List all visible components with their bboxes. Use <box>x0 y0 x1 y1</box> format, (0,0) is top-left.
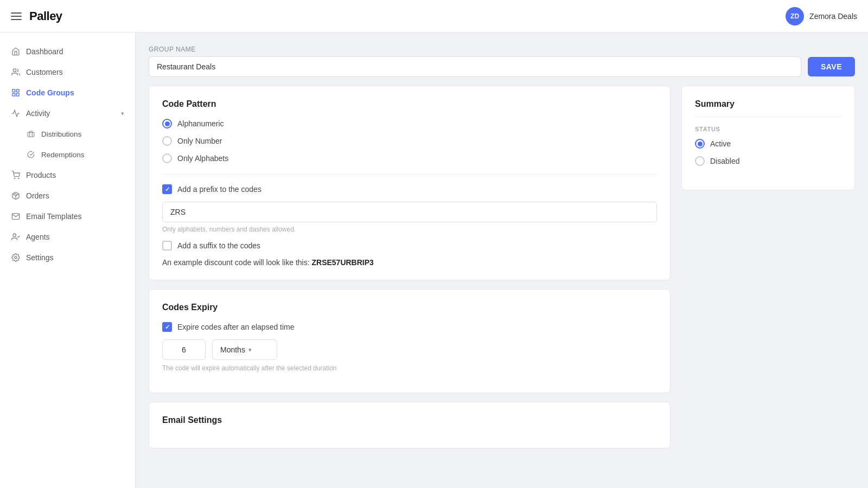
svg-rect-5 <box>28 132 34 137</box>
form-area: Code Pattern Alphanumeric Only Number <box>149 86 671 457</box>
email-settings-title: Email Settings <box>162 415 657 425</box>
sidebar-sub-activity: Distributions Redemptions <box>0 124 135 165</box>
svg-rect-3 <box>12 93 15 96</box>
activity-icon <box>11 108 21 118</box>
codes-expiry-card: Codes Expiry Expire codes after an elaps… <box>149 289 671 393</box>
avatar: ZD <box>786 7 804 25</box>
duration-unit-label: Months <box>220 345 245 354</box>
group-name-label: Group Name <box>149 46 855 53</box>
radio-only-alphabets[interactable]: Only Alphabets <box>162 153 657 163</box>
code-pattern-card: Code Pattern Alphanumeric Only Number <box>149 86 671 280</box>
mail-icon <box>11 211 21 221</box>
group-name-row: SAVE <box>149 56 855 77</box>
menu-icon[interactable] <box>11 12 22 20</box>
radio-circle-alphanumeric <box>162 119 172 129</box>
sidebar-item-code-groups[interactable]: Code Groups <box>0 82 135 103</box>
example-code: ZRSE57URBRIP3 <box>311 258 373 267</box>
summary-status-radio-group: Active Disabled <box>695 139 841 166</box>
sidebar-item-redemptions[interactable]: Redemptions <box>0 144 135 165</box>
prefix-checkbox <box>162 184 172 194</box>
chevron-down-icon: ▾ <box>121 110 124 117</box>
save-button[interactable]: SAVE <box>808 57 855 76</box>
status-label-disabled: Disabled <box>710 157 739 165</box>
svg-point-11 <box>15 256 17 259</box>
divider-1 <box>162 174 657 175</box>
expire-checkbox-label: Expire codes after an elapsed time <box>177 323 295 331</box>
prefix-input[interactable] <box>162 202 657 222</box>
layout: Dashboard Customers Code Groups Activity… <box>0 33 868 488</box>
shopping-cart-icon <box>11 170 21 180</box>
expire-hint: The code will expire automatically after… <box>162 364 657 372</box>
code-pattern-title: Code Pattern <box>162 99 657 109</box>
radio-label-only-alphabets: Only Alphabets <box>177 154 228 163</box>
sidebar-label-activity: Activity <box>26 109 50 118</box>
prefix-checkbox-item[interactable]: Add a prefix to the codes <box>162 184 657 194</box>
status-radio-active[interactable]: Active <box>695 139 841 149</box>
chevron-down-icon: ▾ <box>248 346 252 354</box>
sidebar-label-customers: Customers <box>26 68 63 76</box>
box-icon <box>26 129 36 139</box>
prefix-hint: Only alphabets, numbers and dashes allow… <box>162 226 657 233</box>
content-row: Code Pattern Alphanumeric Only Number <box>149 86 855 457</box>
svg-point-6 <box>14 178 15 178</box>
sidebar-item-customers[interactable]: Customers <box>0 62 135 82</box>
user-check-icon <box>11 232 21 242</box>
user-name: Zemora Deals <box>809 12 857 21</box>
sidebar-label-settings: Settings <box>26 253 54 262</box>
sidebar-item-dashboard[interactable]: Dashboard <box>0 41 135 62</box>
summary-divider <box>695 117 841 117</box>
suffix-checkbox-label: Add a suffix to the codes <box>177 241 260 250</box>
email-settings-card: Email Settings <box>149 402 671 448</box>
sidebar-item-agents[interactable]: Agents <box>0 227 135 247</box>
radio-label-only-number: Only Number <box>177 137 222 145</box>
sidebar-label-products: Products <box>26 171 56 179</box>
topnav-right: ZD Zemora Deals <box>786 7 857 25</box>
main-content: Group Name SAVE Code Pattern Alphanumeri… <box>136 33 868 488</box>
duration-number-input[interactable] <box>162 339 206 360</box>
suffix-checkbox-item[interactable]: Add a suffix to the codes <box>162 241 657 251</box>
example-text: An example discount code will look like … <box>162 258 657 267</box>
summary-title: Summary <box>695 99 841 109</box>
expire-checkbox-item[interactable]: Expire codes after an elapsed time <box>162 322 657 332</box>
group-name-input[interactable] <box>149 56 801 77</box>
sidebar-label-code-groups: Code Groups <box>26 88 74 97</box>
radio-label-alphanumeric: Alphanumeric <box>177 119 224 128</box>
radio-alphanumeric[interactable]: Alphanumeric <box>162 119 657 129</box>
expire-checkbox <box>162 322 172 332</box>
sidebar-label-orders: Orders <box>26 191 49 200</box>
svg-point-10 <box>13 234 16 236</box>
radio-circle-only-number <box>162 136 172 146</box>
status-radio-disabled[interactable]: Disabled <box>695 156 841 166</box>
sidebar-item-settings[interactable]: Settings <box>0 247 135 268</box>
topnav: Palley ZD Zemora Deals <box>0 0 868 33</box>
sidebar: Dashboard Customers Code Groups Activity… <box>0 33 136 488</box>
sidebar-item-orders[interactable]: Orders <box>0 185 135 206</box>
sidebar-item-email-templates[interactable]: Email Templates <box>0 206 135 227</box>
radio-only-number[interactable]: Only Number <box>162 136 657 146</box>
check-circle-icon <box>26 150 36 159</box>
summary-status-label: STATUS <box>695 126 841 132</box>
sidebar-item-products[interactable]: Products <box>0 165 135 185</box>
summary-panel: Summary STATUS Active Disabled <box>681 86 855 190</box>
svg-rect-4 <box>16 93 19 96</box>
sidebar-label-dashboard: Dashboard <box>26 47 63 56</box>
prefix-checkbox-label: Add a prefix to the codes <box>177 185 261 194</box>
codes-expiry-title: Codes Expiry <box>162 303 657 312</box>
grid-icon <box>11 88 21 98</box>
home-icon <box>11 47 21 56</box>
svg-line-8 <box>14 193 17 195</box>
package-icon <box>11 191 21 201</box>
sidebar-item-activity[interactable]: Activity ▾ <box>0 103 135 124</box>
duration-unit-select[interactable]: Months ▾ <box>212 339 277 360</box>
sidebar-label-email-templates: Email Templates <box>26 212 81 221</box>
suffix-checkbox <box>162 241 172 251</box>
svg-point-0 <box>13 69 16 72</box>
code-pattern-radio-group: Alphanumeric Only Number Only Alphabets <box>162 119 657 163</box>
sidebar-label-redemptions: Redemptions <box>41 151 85 159</box>
settings-icon <box>11 253 21 262</box>
svg-point-7 <box>18 178 19 178</box>
sidebar-item-distributions[interactable]: Distributions <box>0 124 135 144</box>
sidebar-label-agents: Agents <box>26 233 50 241</box>
status-label-active: Active <box>710 139 731 148</box>
app-logo: Palley <box>29 9 62 23</box>
